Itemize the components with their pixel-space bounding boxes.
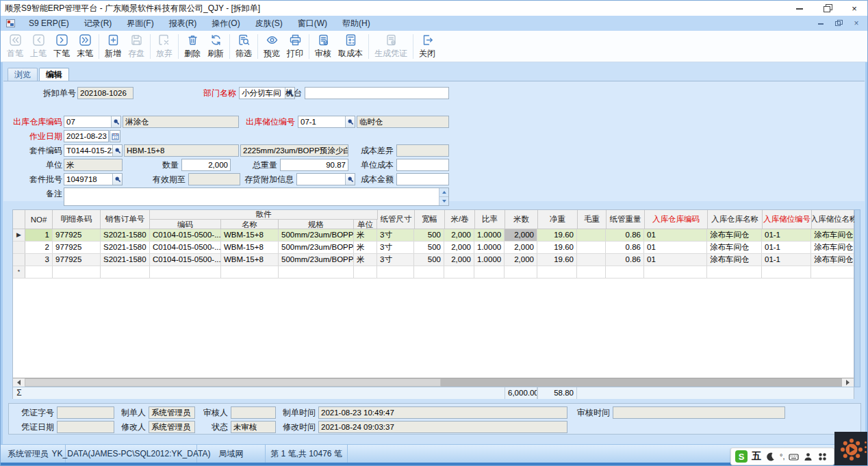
col-part-unit[interactable]: 单位 [354, 220, 377, 229]
delete-button[interactable]: 删除 [181, 32, 204, 61]
doc-no-field[interactable]: 202108-1026 [77, 87, 133, 99]
col-in-location-code[interactable]: 入库储位编号 [763, 210, 812, 229]
machine-field[interactable] [305, 87, 449, 99]
col-part-name[interactable]: 名称 [221, 220, 279, 229]
save-button[interactable]: 存盘 [125, 32, 148, 61]
out-warehouse-name-field[interactable]: 淋涂仓 [123, 116, 239, 128]
lookup-icon[interactable] [345, 174, 355, 185]
shunjing-logo[interactable] [834, 432, 868, 466]
menu-skin[interactable]: 皮肤(S) [254, 16, 284, 31]
menu-record[interactable]: 记录(R) [83, 16, 114, 31]
punctuation-icon[interactable]: °, [780, 452, 784, 461]
kit-batch-field[interactable]: 1049718 [64, 173, 123, 185]
col-in-warehouse-name[interactable]: 入库仓库名称 [708, 210, 763, 229]
out-location-name-field[interactable]: 临时仓 [357, 116, 449, 128]
mdi-close-icon[interactable]: × [852, 19, 860, 27]
col-no[interactable]: NO# [25, 210, 53, 229]
col-width[interactable]: 宽幅 [415, 210, 445, 229]
new-button[interactable]: 新增 [101, 32, 125, 61]
close-form-button[interactable]: 关闭 [416, 32, 439, 61]
vertical-scrollbar[interactable] [854, 209, 860, 387]
modifier-field[interactable]: 系统管理员 [149, 421, 195, 433]
filter-button[interactable]: 筛选 [232, 32, 255, 61]
first-record-button[interactable]: 首笔 [3, 32, 27, 61]
col-meters[interactable]: 米数 [505, 210, 538, 229]
spin-down-icon[interactable] [439, 196, 448, 205]
last-record-button[interactable]: 末笔 [73, 32, 97, 61]
out-location-code-field[interactable]: 07-1 [298, 116, 355, 128]
mdi-restore-icon[interactable] [834, 19, 843, 27]
tab-browse[interactable]: 浏览 [8, 68, 38, 81]
col-barcode[interactable]: 明细条码 [53, 210, 101, 229]
out-warehouse-code-field[interactable]: 07 [64, 116, 121, 128]
refresh-button[interactable]: 刷新 [204, 32, 227, 61]
unit-field[interactable]: 米 [64, 159, 123, 171]
prev-record-button[interactable]: 上笔 [27, 32, 50, 61]
expiry-field[interactable] [188, 173, 240, 185]
unit-cost-field[interactable] [396, 159, 449, 171]
menu-operation[interactable]: 操作(O) [210, 16, 241, 31]
kit-spec-field[interactable]: 2225mm/23um/BOPP预涂少白点 [240, 144, 348, 157]
next-record-button[interactable]: 下笔 [50, 32, 73, 61]
menu-report[interactable]: 报表(R) [168, 16, 199, 31]
audit-time-field[interactable] [613, 406, 785, 419]
voucher-date-field[interactable] [57, 421, 114, 433]
new-row[interactable]: * [13, 266, 854, 279]
current-cell[interactable]: 2,000 [505, 229, 537, 241]
menu-window[interactable]: 窗口(W) [296, 16, 329, 31]
remark-spinner[interactable] [439, 188, 448, 205]
work-date-field[interactable]: 2021-08-23 [64, 130, 109, 142]
kit-code-field[interactable]: T0144-015-2225 [64, 144, 123, 157]
close-icon[interactable]: × [850, 3, 859, 13]
col-tube-size[interactable]: 纸管尺寸 [378, 210, 415, 229]
extra-info-field[interactable] [296, 173, 355, 185]
col-net-weight[interactable]: 净重 [538, 210, 578, 229]
cost-amount-field[interactable] [396, 173, 449, 185]
mdi-minimize-icon[interactable] [817, 19, 825, 27]
remark-field[interactable] [64, 187, 449, 206]
lookup-icon[interactable] [345, 116, 355, 127]
creator-field[interactable]: 系统管理员 [149, 406, 195, 419]
lookup-icon[interactable] [112, 145, 122, 156]
discard-button[interactable]: 放弃 [153, 32, 176, 61]
scroll-right-icon[interactable] [842, 378, 854, 387]
create-time-field[interactable]: 2021-08-23 10:49:47 [318, 406, 567, 419]
col-gross-weight[interactable]: 毛重 [578, 210, 607, 229]
horizontal-scrollbar[interactable] [13, 378, 854, 387]
col-in-location-name[interactable]: 入库储位名称 [812, 210, 856, 229]
col-ratio[interactable]: 比率 [475, 210, 505, 229]
table-row[interactable]: 2 977925 S2021-1580 C0104-015-0500-... W… [13, 242, 854, 254]
tab-edit[interactable]: 编辑 [39, 68, 69, 81]
modify-time-field[interactable]: 2021-08-24 09:03:37 [318, 421, 567, 433]
scrollbar-thumb[interactable] [25, 378, 441, 387]
ime-mode-label[interactable]: 五 [752, 450, 761, 463]
table-row[interactable]: ▶ 1 977925 S2021-1580 C0104-015-0500-...… [13, 229, 854, 242]
scroll-left-icon[interactable] [13, 378, 25, 387]
spin-up-icon[interactable] [439, 188, 448, 196]
col-part-code[interactable]: 编码 [150, 220, 221, 229]
kit-name-field[interactable]: HBM-15+8 [124, 144, 239, 157]
night-mode-icon[interactable] [765, 452, 776, 462]
col-part-spec[interactable]: 规格 [279, 220, 354, 229]
cost-diff-field[interactable] [396, 144, 449, 157]
user-icon[interactable] [803, 452, 813, 462]
lookup-icon[interactable] [111, 116, 120, 127]
audit-button[interactable]: 审核 [311, 32, 335, 61]
menu-interface[interactable]: 界面(F) [125, 16, 155, 31]
table-row[interactable]: 3 977925 S2021-1580 C0104-015-0500-... W… [13, 254, 854, 266]
get-cost-button[interactable]: 取成本 [335, 32, 366, 61]
sogou-logo-icon[interactable]: S [735, 450, 748, 463]
keyboard-icon[interactable] [789, 452, 799, 462]
menu-s9erp[interactable]: S9 ERP(E) [27, 17, 71, 29]
print-button[interactable]: 打印 [283, 32, 307, 61]
col-in-warehouse-code[interactable]: 入库仓库编码 [645, 210, 708, 229]
qty-field[interactable]: 2,000 [181, 159, 231, 171]
preview-button[interactable]: 预览 [260, 32, 283, 61]
generate-voucher-button[interactable]: 生成凭证 [371, 32, 411, 61]
total-weight-field[interactable]: 90.87 [280, 159, 348, 171]
toolbox-icon[interactable] [817, 452, 828, 462]
auditor-field[interactable] [231, 406, 276, 419]
voucher-no-field[interactable] [57, 406, 114, 419]
col-sales-order[interactable]: 销售订单号 [101, 210, 150, 229]
col-meters-per-roll[interactable]: 米/卷 [445, 210, 475, 229]
